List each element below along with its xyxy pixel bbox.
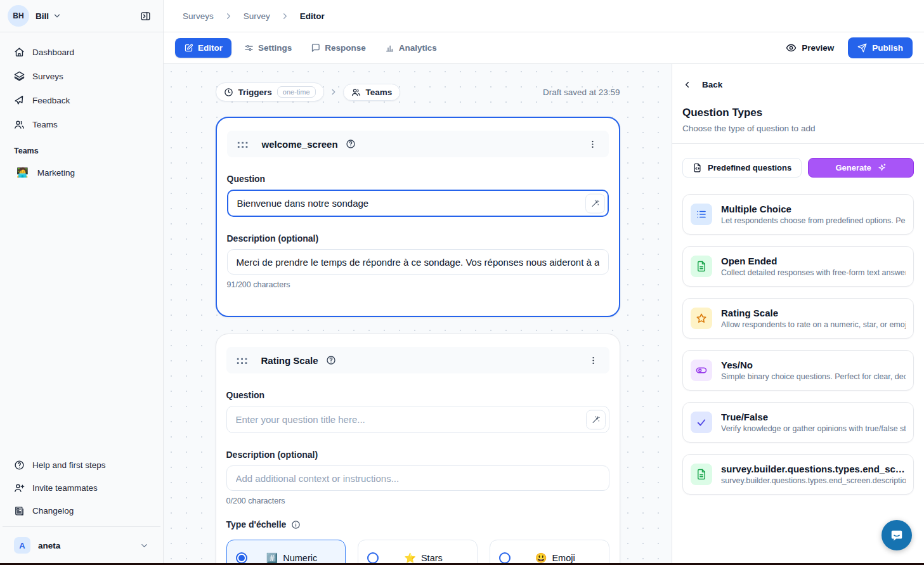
sidebar-item-help[interactable]: Help and first steps — [8, 454, 155, 476]
layers-icon — [14, 71, 25, 82]
sidebar-item-marketing[interactable]: 🧑‍💻 Marketing — [8, 162, 155, 183]
type-card-open-ended[interactable]: Open Ended Collect detailed responses wi… — [682, 246, 914, 287]
user-name[interactable]: Bill — [36, 11, 49, 21]
sidebar-item-invite[interactable]: Invite teammates — [8, 477, 155, 498]
teams-section-label: Teams — [8, 138, 155, 159]
chat-bubble-icon — [890, 528, 904, 542]
type-title: Multiple Choice — [721, 204, 906, 214]
teams-label: Teams — [366, 88, 393, 97]
eye-icon — [786, 42, 797, 53]
scale-option-label: Emoji — [552, 553, 575, 563]
tab-analytics[interactable]: Analytics — [379, 38, 443, 58]
back-label: Back — [702, 80, 722, 89]
type-title: True/False — [721, 412, 906, 422]
tab-label: Analytics — [399, 43, 437, 53]
collapse-sidebar-icon[interactable] — [135, 6, 155, 26]
type-card-end-screen[interactable]: survey.builder.questions.types.end_scr..… — [682, 454, 914, 495]
scale-option-emoji[interactable]: 😃 Emoji — [490, 540, 609, 565]
org-switcher[interactable]: A aneta — [8, 532, 155, 559]
avatar[interactable]: BH — [8, 5, 29, 27]
teams-pill[interactable]: Teams — [343, 84, 401, 101]
toggle-icon — [691, 360, 712, 381]
question-types-panel: Back Question Types Choose the type of q… — [672, 64, 924, 565]
preview-label: Preview — [802, 43, 834, 53]
tab-settings[interactable]: Settings — [238, 38, 298, 58]
type-card-rating-scale[interactable]: Rating Scale Allow respondents to rate o… — [682, 298, 914, 339]
question-input[interactable] — [226, 406, 609, 433]
scale-option-numeric[interactable]: #️⃣ Numeric — [226, 540, 346, 565]
question-card-title: Rating Scale — [261, 355, 318, 366]
sidebar-item-dashboard[interactable]: Dashboard — [8, 41, 155, 63]
list-icon — [691, 204, 712, 225]
divider — [3, 526, 160, 527]
magic-wand-icon[interactable] — [585, 193, 605, 213]
back-button[interactable]: Back — [682, 80, 914, 89]
radio-unselected — [367, 552, 379, 564]
info-icon[interactable] — [291, 520, 301, 529]
scale-option-label: Stars — [421, 553, 443, 563]
type-card-yes-no[interactable]: Yes/No Simple binary choice questions. P… — [682, 350, 914, 391]
sidebar-spacer — [0, 183, 163, 449]
team-name: Marketing — [37, 168, 75, 178]
triggers-pill[interactable]: Triggers one-time — [216, 82, 324, 101]
clock-icon — [224, 88, 233, 97]
kebab-menu-icon[interactable] — [586, 353, 601, 368]
tab-editor[interactable]: Editor — [175, 38, 231, 58]
tab-label: Settings — [258, 43, 292, 53]
tab-response[interactable]: Response — [304, 38, 372, 58]
drag-handle-icon[interactable] — [235, 356, 247, 365]
org-avatar: A — [14, 537, 30, 554]
description-input[interactable] — [226, 465, 609, 491]
magic-wand-icon[interactable] — [586, 410, 606, 429]
drag-handle-icon[interactable] — [236, 140, 248, 148]
tab-label: Editor — [198, 43, 223, 53]
predefined-questions-button[interactable]: Predefined questions — [682, 158, 802, 178]
sidebar-item-changelog[interactable]: Changelog — [8, 500, 155, 521]
sidebar-item-surveys[interactable]: Surveys — [8, 65, 155, 87]
editor-toolbar: Editor Settings Response Analytics Previ… — [164, 32, 924, 64]
question-card-welcome-screen[interactable]: welcome_screen Question Description (opt… — [216, 117, 620, 317]
type-card-true-false[interactable]: True/False Verify knowledge or gather op… — [682, 402, 914, 443]
sparkles-icon — [877, 163, 887, 172]
type-card-multiple-choice[interactable]: Multiple Choice Let respondents choose f… — [682, 194, 914, 235]
bar-chart-icon — [385, 43, 394, 53]
type-title: Open Ended — [721, 256, 906, 266]
description-input[interactable] — [227, 249, 609, 275]
sidebar-item-feedback[interactable]: Feedback — [8, 89, 155, 111]
org-name: aneta — [38, 541, 60, 550]
sidebar-item-label: Invite teammates — [32, 483, 98, 493]
breadcrumb-surveys[interactable]: Surveys — [183, 11, 214, 21]
file-code-icon — [693, 163, 702, 172]
scale-option-stars[interactable]: ⭐ Stars — [358, 540, 478, 565]
breadcrumb-survey[interactable]: Survey — [244, 11, 270, 21]
radio-unselected — [499, 552, 511, 564]
chevron-down-icon[interactable] — [53, 11, 62, 20]
publish-label: Publish — [872, 43, 903, 53]
question-input[interactable] — [227, 190, 609, 217]
sidebar-nav: Dashboard Surveys Feedback Teams Teams 🧑… — [0, 32, 163, 183]
kebab-menu-icon[interactable] — [585, 137, 600, 152]
predefined-label: Predefined questions — [708, 163, 791, 172]
main-area: Surveys Survey Editor Editor Settings Re… — [164, 0, 924, 565]
publish-button[interactable]: Publish — [848, 37, 913, 58]
description-label: Description (optional) — [227, 233, 609, 244]
chevron-right-icon — [224, 11, 233, 21]
question-card-header: Rating Scale — [226, 347, 609, 373]
megaphone-icon — [14, 95, 25, 106]
chevron-left-icon — [682, 80, 692, 89]
sidebar-item-teams[interactable]: Teams — [8, 114, 155, 135]
question-card-rating-scale[interactable]: Rating Scale Question Description (optio… — [216, 334, 620, 565]
file-text-icon — [691, 464, 712, 485]
sidebar-item-label: Surveys — [32, 72, 63, 81]
help-circle-icon[interactable] — [346, 139, 356, 149]
hash-keycap-emoji: #️⃣ — [266, 552, 278, 564]
star-emoji: ⭐ — [404, 552, 416, 564]
panel-title: Question Types — [682, 107, 914, 119]
type-title: Rating Scale — [721, 308, 906, 318]
question-card-header: welcome_screen — [227, 131, 609, 157]
generate-button[interactable]: Generate — [808, 158, 914, 178]
preview-button[interactable]: Preview — [786, 42, 834, 53]
sidebar-item-label: Teams — [32, 120, 58, 129]
help-circle-icon[interactable] — [326, 355, 336, 365]
chat-launcher[interactable] — [882, 520, 912, 550]
